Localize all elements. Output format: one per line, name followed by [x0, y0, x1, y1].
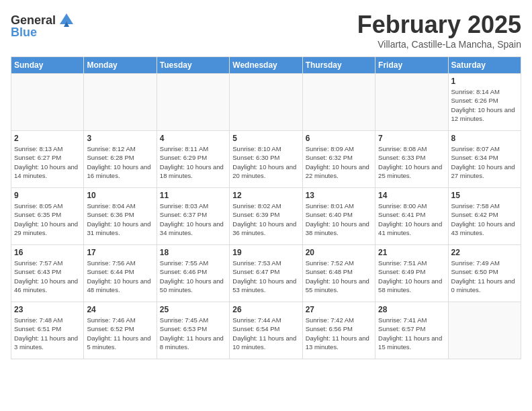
calendar-cell [448, 302, 521, 359]
day-number: 5 [232, 134, 299, 143]
calendar-cell: 7Sunrise: 8:08 AM Sunset: 6:33 PM Daylig… [375, 131, 448, 188]
day-number: 12 [232, 191, 299, 200]
day-info: Sunrise: 7:45 AM Sunset: 6:53 PM Dayligh… [160, 316, 226, 351]
day-info: Sunrise: 7:48 AM Sunset: 6:51 PM Dayligh… [14, 316, 81, 351]
day-number: 26 [232, 305, 299, 314]
day-info: Sunrise: 8:04 AM Sunset: 6:36 PM Dayligh… [87, 201, 153, 237]
page-header: General Blue February 2025 Villarta, Cas… [11, 11, 521, 50]
day-info: Sunrise: 8:08 AM Sunset: 6:33 PM Dayligh… [378, 144, 445, 180]
calendar-cell: 4Sunrise: 8:11 AM Sunset: 6:29 PM Daylig… [157, 131, 229, 188]
calendar-cell: 23Sunrise: 7:48 AM Sunset: 6:51 PM Dayli… [11, 302, 84, 359]
day-number: 22 [451, 248, 518, 257]
day-info: Sunrise: 8:10 AM Sunset: 6:30 PM Dayligh… [232, 144, 299, 180]
calendar-cell [302, 74, 375, 131]
day-number: 2 [14, 134, 81, 143]
calendar-cell [84, 74, 157, 131]
logo-blue-text: Blue [11, 26, 37, 40]
calendar-cell: 5Sunrise: 8:10 AM Sunset: 6:30 PM Daylig… [230, 131, 302, 188]
calendar-cell: 24Sunrise: 7:46 AM Sunset: 6:52 PM Dayli… [84, 302, 157, 359]
day-info: Sunrise: 8:05 AM Sunset: 6:35 PM Dayligh… [14, 201, 81, 237]
logo: General Blue [11, 11, 76, 40]
day-number: 10 [87, 191, 153, 200]
day-number: 15 [451, 191, 518, 200]
calendar-week-row-1: 1Sunrise: 8:14 AM Sunset: 6:26 PM Daylig… [11, 74, 521, 131]
day-number: 16 [14, 248, 81, 257]
calendar-cell: 14Sunrise: 8:00 AM Sunset: 6:41 PM Dayli… [375, 188, 448, 245]
day-info: Sunrise: 7:56 AM Sunset: 6:44 PM Dayligh… [87, 259, 153, 294]
day-number: 6 [306, 134, 372, 143]
month-title: February 2025 [357, 11, 521, 39]
calendar-cell: 26Sunrise: 7:44 AM Sunset: 6:54 PM Dayli… [230, 302, 302, 359]
calendar-cell [157, 74, 229, 131]
calendar-week-row-5: 23Sunrise: 7:48 AM Sunset: 6:51 PM Dayli… [11, 302, 521, 359]
day-number: 28 [378, 305, 445, 314]
location-title: Villarta, Castille-La Mancha, Spain [357, 39, 521, 50]
calendar-cell [230, 74, 302, 131]
day-info: Sunrise: 7:58 AM Sunset: 6:42 PM Dayligh… [451, 201, 518, 237]
weekday-header-sunday: Sunday [11, 57, 84, 74]
weekday-header-friday: Friday [375, 57, 448, 74]
day-number: 9 [14, 191, 81, 200]
day-info: Sunrise: 7:49 AM Sunset: 6:50 PM Dayligh… [451, 259, 518, 294]
calendar-cell: 20Sunrise: 7:52 AM Sunset: 6:48 PM Dayli… [302, 245, 375, 302]
calendar-cell: 25Sunrise: 7:45 AM Sunset: 6:53 PM Dayli… [157, 302, 229, 359]
calendar-cell: 10Sunrise: 8:04 AM Sunset: 6:36 PM Dayli… [84, 188, 157, 245]
weekday-header-monday: Monday [84, 57, 157, 74]
calendar-cell: 2Sunrise: 8:13 AM Sunset: 6:27 PM Daylig… [11, 131, 84, 188]
weekday-header-saturday: Saturday [448, 57, 521, 74]
day-info: Sunrise: 8:12 AM Sunset: 6:28 PM Dayligh… [87, 144, 153, 180]
calendar-cell: 6Sunrise: 8:09 AM Sunset: 6:32 PM Daylig… [302, 131, 375, 188]
calendar-cell: 8Sunrise: 8:07 AM Sunset: 6:34 PM Daylig… [448, 131, 521, 188]
day-info: Sunrise: 7:53 AM Sunset: 6:47 PM Dayligh… [232, 259, 299, 294]
calendar-cell: 13Sunrise: 8:01 AM Sunset: 6:40 PM Dayli… [302, 188, 375, 245]
day-info: Sunrise: 7:55 AM Sunset: 6:46 PM Dayligh… [160, 259, 226, 294]
title-block: February 2025 Villarta, Castille-La Manc… [357, 11, 521, 50]
calendar-cell: 11Sunrise: 8:03 AM Sunset: 6:37 PM Dayli… [157, 188, 229, 245]
day-number: 24 [87, 305, 153, 314]
day-number: 17 [87, 248, 153, 257]
day-info: Sunrise: 7:42 AM Sunset: 6:56 PM Dayligh… [306, 316, 372, 351]
weekday-header-wednesday: Wednesday [230, 57, 302, 74]
day-number: 20 [306, 248, 372, 257]
calendar-cell [375, 74, 448, 131]
day-number: 8 [451, 134, 518, 143]
calendar-week-row-3: 9Sunrise: 8:05 AM Sunset: 6:35 PM Daylig… [11, 188, 521, 245]
calendar-cell: 21Sunrise: 7:51 AM Sunset: 6:49 PM Dayli… [375, 245, 448, 302]
day-info: Sunrise: 8:14 AM Sunset: 6:26 PM Dayligh… [451, 87, 518, 123]
day-number: 18 [160, 248, 226, 257]
day-info: Sunrise: 8:09 AM Sunset: 6:32 PM Dayligh… [306, 144, 372, 180]
calendar-cell: 28Sunrise: 7:41 AM Sunset: 6:57 PM Dayli… [375, 302, 448, 359]
calendar-cell: 1Sunrise: 8:14 AM Sunset: 6:26 PM Daylig… [448, 74, 521, 131]
day-number: 21 [378, 248, 445, 257]
day-info: Sunrise: 8:07 AM Sunset: 6:34 PM Dayligh… [451, 144, 518, 180]
calendar-week-row-2: 2Sunrise: 8:13 AM Sunset: 6:27 PM Daylig… [11, 131, 521, 188]
calendar-table: SundayMondayTuesdayWednesdayThursdayFrid… [11, 56, 521, 359]
day-number: 11 [160, 191, 226, 200]
day-number: 3 [87, 134, 153, 143]
calendar-cell: 22Sunrise: 7:49 AM Sunset: 6:50 PM Dayli… [448, 245, 521, 302]
day-info: Sunrise: 8:13 AM Sunset: 6:27 PM Dayligh… [14, 144, 81, 180]
day-number: 7 [378, 134, 445, 143]
day-info: Sunrise: 7:51 AM Sunset: 6:49 PM Dayligh… [378, 259, 445, 294]
logo-icon [57, 11, 76, 30]
calendar-cell: 3Sunrise: 8:12 AM Sunset: 6:28 PM Daylig… [84, 131, 157, 188]
day-number: 25 [160, 305, 226, 314]
calendar-cell: 17Sunrise: 7:56 AM Sunset: 6:44 PM Dayli… [84, 245, 157, 302]
calendar-cell: 19Sunrise: 7:53 AM Sunset: 6:47 PM Dayli… [230, 245, 302, 302]
day-number: 4 [160, 134, 226, 143]
day-info: Sunrise: 8:00 AM Sunset: 6:41 PM Dayligh… [378, 201, 445, 237]
day-number: 27 [306, 305, 372, 314]
day-number: 14 [378, 191, 445, 200]
calendar-cell: 18Sunrise: 7:55 AM Sunset: 6:46 PM Dayli… [157, 245, 229, 302]
day-info: Sunrise: 8:11 AM Sunset: 6:29 PM Dayligh… [160, 144, 226, 180]
day-info: Sunrise: 8:03 AM Sunset: 6:37 PM Dayligh… [160, 201, 226, 237]
day-info: Sunrise: 8:02 AM Sunset: 6:39 PM Dayligh… [232, 201, 299, 237]
calendar-cell: 12Sunrise: 8:02 AM Sunset: 6:39 PM Dayli… [230, 188, 302, 245]
weekday-header-thursday: Thursday [302, 57, 375, 74]
day-info: Sunrise: 7:46 AM Sunset: 6:52 PM Dayligh… [87, 316, 153, 351]
calendar-cell [11, 74, 84, 131]
calendar-cell: 27Sunrise: 7:42 AM Sunset: 6:56 PM Dayli… [302, 302, 375, 359]
weekday-header-row: SundayMondayTuesdayWednesdayThursdayFrid… [11, 57, 521, 74]
weekday-header-tuesday: Tuesday [157, 57, 229, 74]
day-number: 1 [451, 77, 518, 86]
